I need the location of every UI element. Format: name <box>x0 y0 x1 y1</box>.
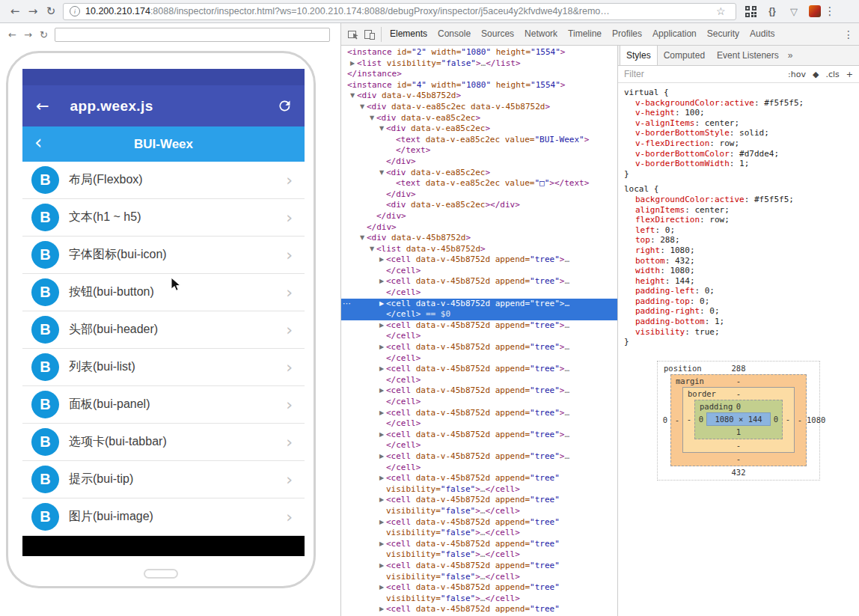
css-property[interactable]: alignItems: center; <box>624 205 858 216</box>
tree-line[interactable]: </cell> <box>341 375 617 386</box>
new-rule-button[interactable]: + <box>846 70 853 79</box>
expanded-arrow-icon[interactable]: ▼ <box>358 233 367 244</box>
collapsed-arrow-icon[interactable]: ▶ <box>377 430 386 441</box>
tree-line[interactable]: ⋯▶<cell data-v-45b8752d append="tree">… <box>341 299 617 310</box>
device-toolbar-button[interactable] <box>361 28 378 40</box>
list-item[interactable]: B头部(bui-header)› <box>22 311 305 349</box>
tab-styles[interactable]: Styles <box>620 46 658 65</box>
css-property[interactable]: width: 1080; <box>624 266 858 276</box>
tree-line[interactable]: ▶<cell data-v-45b8752d append="tree">… <box>341 254 617 266</box>
css-property[interactable]: left: 0; <box>624 225 858 236</box>
subheader-back-icon[interactable]: ‹ <box>34 131 42 153</box>
devtools-menu-button[interactable]: ⋮ <box>842 28 855 40</box>
rule-selector[interactable]: virtual { <box>624 88 858 98</box>
tab-profiles[interactable]: Profiles <box>607 28 647 39</box>
css-property[interactable]: v-backgroundColor:active: #f5f5f5; <box>624 98 858 109</box>
tree-line[interactable]: </cell> <box>341 287 617 299</box>
box-model-content[interactable]: 1080 × 144 <box>706 412 771 426</box>
css-property[interactable]: padding-bottom: 1; <box>624 317 858 327</box>
tree-line[interactable]: ▼<div data-v-ea85c2ec> <box>341 113 617 124</box>
list-item[interactable]: B布局(Flexbox)› <box>22 162 305 199</box>
tree-line[interactable]: ▶<cell data-v-45b8752d append="tree">… <box>341 320 617 332</box>
list-item[interactable]: B提示(bui-tip)› <box>22 461 305 498</box>
browser-forward-button[interactable]: → <box>24 4 42 18</box>
colored-extension-icon[interactable] <box>809 5 821 17</box>
tree-line[interactable]: ▶<cell data-v-45b8752d append="tree" <box>341 495 617 506</box>
tree-line[interactable]: </cell> <box>341 266 617 277</box>
css-property[interactable]: v-alignItems: center; <box>624 118 858 129</box>
tree-line[interactable]: ▶<cell data-v-45b8752d append="tree">… <box>341 451 617 463</box>
qr-extension-icon[interactable] <box>744 4 757 18</box>
tree-line[interactable]: ▶<cell data-v-45b8752d append="tree" <box>341 561 617 572</box>
tree-line[interactable]: ▼<div data-v-45b8752d> <box>341 233 617 244</box>
tree-line[interactable]: </cell> <box>341 353 617 365</box>
inspector-back-button[interactable]: ← <box>4 29 20 40</box>
css-property[interactable]: v-borderBottomWidth: 1; <box>624 159 858 169</box>
css-property[interactable]: top: 288; <box>624 235 858 246</box>
tree-line[interactable]: </text> <box>341 145 617 156</box>
browser-back-button[interactable]: ← <box>6 4 24 18</box>
tree-line[interactable]: ▶<cell data-v-45b8752d append="tree" <box>341 473 617 484</box>
collapsed-arrow-icon[interactable]: ▶ <box>377 539 386 550</box>
collapsed-arrow-icon[interactable]: ▶ <box>377 276 386 287</box>
expanded-arrow-icon[interactable]: ▼ <box>377 123 386 135</box>
box-model-margin[interactable]: margin--border--padding001080 × 14401---… <box>670 374 807 466</box>
tree-line[interactable]: <div data-v-ea85c2ec></div> <box>341 200 617 211</box>
tab-audits[interactable]: Audits <box>745 28 780 39</box>
tree-line[interactable]: <instance id="4" width="1080" height="15… <box>341 80 617 91</box>
tree-line[interactable]: </div> <box>341 189 617 201</box>
address-bar[interactable]: i 10.200.210.174:8088/inspector/inspecto… <box>63 3 736 20</box>
css-property[interactable]: height: 144; <box>624 276 858 287</box>
inspector-address-input[interactable] <box>55 28 330 42</box>
box-model-position[interactable]: position2880margin--border--padding00108… <box>657 361 820 481</box>
tree-line[interactable]: </instance> <box>341 69 617 80</box>
collapsed-arrow-icon[interactable]: ▶ <box>377 561 386 572</box>
tree-line[interactable]: <instance id="2" width="1080" height="15… <box>341 47 617 58</box>
css-property[interactable]: visibility: true; <box>624 327 858 338</box>
list-item[interactable]: B选项卡(bui-tabbar)› <box>22 424 305 461</box>
tree-line[interactable]: ▶<cell data-v-45b8752d append="tree" <box>341 539 617 550</box>
tree-line[interactable]: visibility="false">…</cell> <box>341 594 617 605</box>
collapsed-arrow-icon[interactable]: ▶ <box>377 320 386 332</box>
tree-line[interactable]: ▶<cell data-v-45b8752d append="tree">… <box>341 385 617 397</box>
filter-input[interactable]: Filter <box>624 69 788 79</box>
collapsed-arrow-icon[interactable]: ▶ <box>377 299 386 310</box>
collapsed-arrow-icon[interactable]: ▶ <box>377 604 386 615</box>
tab-computed[interactable]: Computed <box>658 46 711 65</box>
tree-line[interactable]: ▶<list visibility="false">…</list> <box>341 58 617 70</box>
tree-line[interactable]: visibility="false">…</cell> <box>341 572 617 583</box>
tree-line[interactable]: ▼<div data-v-45b8752d> <box>341 91 617 102</box>
tree-line[interactable]: </cell> <box>341 463 617 474</box>
css-property[interactable]: padding-right: 0; <box>624 306 858 317</box>
collapsed-arrow-icon[interactable]: ▶ <box>377 451 386 463</box>
list-item[interactable]: B列表(bui-list)› <box>22 349 305 386</box>
collapsed-arrow-icon[interactable]: ▶ <box>377 408 386 419</box>
tree-line[interactable]: ▼<div data-v-ea85c2ec> <box>341 168 617 179</box>
rule-selector[interactable]: local { <box>624 184 858 195</box>
tab-sources[interactable]: Sources <box>476 28 519 39</box>
inspector-reload-button[interactable]: ↻ <box>36 29 52 40</box>
box-model-padding[interactable]: padding001080 × 14401 <box>694 400 783 439</box>
tree-line[interactable]: visibility="false">…</cell> <box>341 506 617 517</box>
back-arrow-icon[interactable]: ← <box>36 97 49 115</box>
css-property[interactable]: backgroundColor:active: #f5f5f5; <box>624 195 858 205</box>
tab-elements[interactable]: Elements <box>385 28 432 39</box>
css-property[interactable]: right: 1080; <box>624 246 858 256</box>
tree-line[interactable]: visibility="false">…</cell> <box>341 528 617 539</box>
css-property[interactable]: padding-top: 0; <box>624 296 858 307</box>
css-property[interactable]: v-borderBottomColor: #d7dde4; <box>624 149 858 159</box>
list-item[interactable]: B图片(bui-image)› <box>22 498 305 536</box>
collapsed-arrow-icon[interactable]: ▶ <box>377 364 386 375</box>
diamond-icon[interactable]: ◆ <box>813 70 819 79</box>
css-property[interactable]: v-flexDirection: row; <box>624 138 858 149</box>
tree-line[interactable]: </cell> <box>341 331 617 342</box>
expanded-arrow-icon[interactable]: ▼ <box>358 102 367 113</box>
tree-line[interactable]: ▼<list data-v-45b8752d> <box>341 244 617 255</box>
browser-reload-button[interactable]: ↻ <box>42 4 60 18</box>
more-tabs-button[interactable]: » <box>788 50 793 61</box>
collapsed-arrow-icon[interactable]: ▶ <box>377 385 386 397</box>
tab-event-listeners[interactable]: Event Listeners <box>711 46 785 65</box>
tree-line[interactable]: ▶<cell data-v-45b8752d append="tree" <box>341 517 617 528</box>
collapsed-arrow-icon[interactable]: ▶ <box>377 495 386 506</box>
css-property[interactable]: padding-left: 0; <box>624 286 858 296</box>
